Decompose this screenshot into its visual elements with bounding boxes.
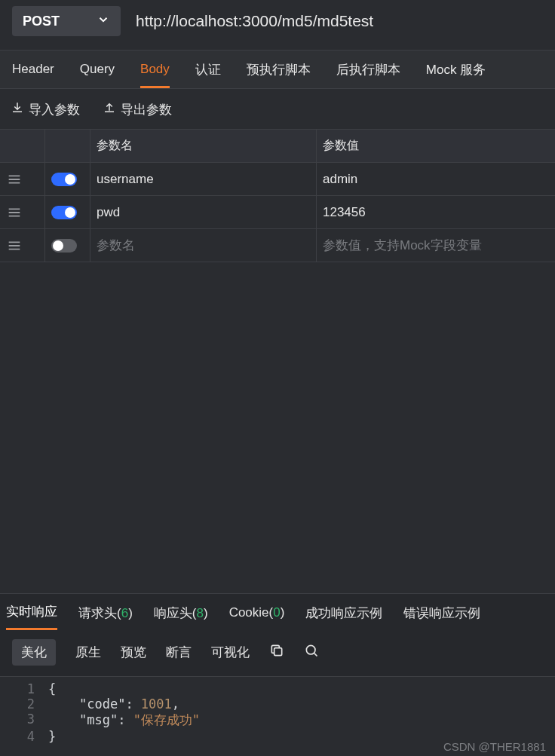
tab-header[interactable]: Header	[12, 53, 54, 86]
download-icon	[11, 101, 24, 118]
upload-icon	[103, 101, 116, 118]
params-header-row: 参数名 参数值	[0, 130, 555, 163]
tool-raw[interactable]: 原生	[75, 644, 101, 661]
code-line: "code": 1001,	[48, 696, 179, 712]
table-row: pwd 123456	[0, 196, 555, 229]
resp-tab-resheaders[interactable]: 响应头(8)	[154, 604, 208, 622]
tool-beautify[interactable]: 美化	[12, 639, 56, 666]
tool-preview[interactable]: 预览	[121, 644, 146, 661]
toggle-switch[interactable]	[51, 173, 77, 186]
response-panel: 实时响应 请求头(6) 响应头(8) Cookie(0) 成功响应示例 错误响应…	[0, 593, 555, 756]
param-value-input[interactable]: 123456	[317, 196, 555, 228]
cookie-label: Cookie	[229, 605, 269, 620]
resp-tab-realtime[interactable]: 实时响应	[6, 603, 57, 630]
param-name-placeholder[interactable]: 参数名	[90, 229, 317, 262]
line-number: 3	[0, 712, 48, 729]
code-line: "msg": "保存成功"	[48, 712, 200, 729]
row-toggle[interactable]	[45, 163, 90, 195]
drag-handle-icon[interactable]	[0, 196, 45, 228]
response-tools: 美化 原生 预览 断言 可视化	[0, 632, 555, 677]
tab-auth[interactable]: 认证	[195, 52, 221, 87]
line-number: 4	[0, 729, 48, 744]
params-table: 参数名 参数值 username admin pwd 123456 参数名 参数…	[0, 129, 555, 262]
param-name-input[interactable]: username	[90, 163, 317, 195]
request-url[interactable]: http://localhost:3000/md5/md5test	[136, 12, 373, 30]
watermark: CSDN @THER1881	[443, 740, 546, 753]
resp-tab-error-example[interactable]: 错误响应示例	[403, 604, 480, 622]
col-toggle	[45, 130, 90, 162]
toggle-switch[interactable]	[51, 239, 77, 253]
param-value-input[interactable]: admin	[317, 163, 555, 195]
code-line: {	[48, 681, 56, 696]
http-method-dropdown[interactable]: POST	[12, 6, 121, 36]
resheaders-count: 8	[196, 606, 203, 620]
row-toggle[interactable]	[45, 196, 90, 228]
copy-icon[interactable]	[269, 643, 284, 662]
resheaders-label: 响应头	[154, 606, 192, 620]
svg-point-1	[306, 645, 315, 654]
col-value: 参数值	[317, 130, 555, 162]
request-tabs: Header Query Body 认证 预执行脚本 后执行脚本 Mock 服务	[0, 50, 555, 89]
param-name-input[interactable]: pwd	[90, 196, 317, 228]
line-number: 1	[0, 681, 48, 696]
col-drag	[0, 130, 45, 162]
http-method-value: POST	[23, 14, 60, 29]
drag-handle-icon[interactable]	[0, 229, 45, 262]
search-icon[interactable]	[304, 643, 319, 662]
svg-rect-0	[274, 648, 282, 656]
import-params-button[interactable]: 导入参数	[11, 101, 80, 118]
tool-visualize[interactable]: 可视化	[211, 644, 250, 661]
tab-query[interactable]: Query	[80, 53, 115, 86]
code-line: }	[48, 729, 56, 744]
reqheaders-label: 请求头	[78, 606, 117, 620]
table-row-empty: 参数名 参数值，支持Mock字段变量	[0, 229, 555, 262]
resp-tab-reqheaders[interactable]: 请求头(6)	[78, 604, 133, 622]
tab-mock[interactable]: Mock 服务	[426, 52, 486, 87]
import-params-label: 导入参数	[29, 101, 80, 118]
tab-postscript[interactable]: 后执行脚本	[336, 52, 400, 87]
toggle-switch[interactable]	[51, 206, 77, 219]
resp-tab-success-example[interactable]: 成功响应示例	[305, 604, 382, 622]
reqheaders-count: 6	[121, 606, 128, 620]
response-tabs: 实时响应 请求头(6) 响应头(8) Cookie(0) 成功响应示例 错误响应…	[0, 594, 555, 632]
tab-prescript[interactable]: 预执行脚本	[247, 52, 311, 87]
col-name: 参数名	[90, 130, 317, 162]
chevron-down-icon	[97, 13, 110, 30]
cookie-count: 0	[273, 605, 280, 620]
export-params-label: 导出参数	[121, 101, 172, 118]
param-value-placeholder[interactable]: 参数值，支持Mock字段变量	[317, 229, 555, 262]
row-toggle[interactable]	[45, 229, 90, 262]
table-row: username admin	[0, 163, 555, 196]
tool-assert[interactable]: 断言	[166, 644, 192, 661]
drag-handle-icon[interactable]	[0, 163, 45, 195]
resp-tab-cookie[interactable]: Cookie(0)	[229, 605, 285, 620]
tab-body[interactable]: Body	[140, 53, 170, 88]
line-number: 2	[0, 696, 48, 712]
export-params-button[interactable]: 导出参数	[103, 101, 172, 118]
